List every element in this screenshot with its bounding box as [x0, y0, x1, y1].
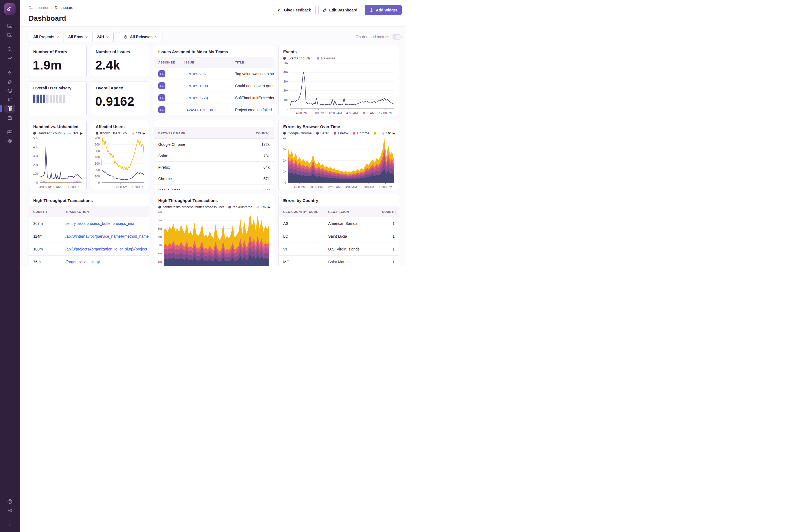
replays-clock-icon[interactable] — [4, 87, 15, 94]
legend-item[interactable]: /api/0/internal/r — [228, 205, 252, 209]
pager-next-icon[interactable]: ▶ — [267, 206, 270, 209]
feedback-megaphone-icon[interactable] — [4, 78, 15, 86]
table-row[interactable]: 114m/api/0/internal/rpc/{service_name}/{… — [29, 230, 149, 243]
pager-prev-icon[interactable]: ◀ — [381, 132, 384, 135]
column-header[interactable]: GEO.COUNTRY_CODE — [279, 210, 324, 213]
pager-prev-icon[interactable]: ◀ — [257, 206, 259, 209]
events-chart[interactable]: 010k20k30k40k50k4:00 PM8:00 PM12:00 AM4:… — [280, 61, 396, 116]
sentry-logo[interactable] — [4, 3, 16, 15]
svg-text:12:00 PM: 12:00 PM — [379, 185, 392, 188]
assignee-avatar[interactable]: TE — [158, 94, 165, 101]
table-row[interactable]: Firefox64k — [154, 162, 274, 173]
transaction-link[interactable]: /api/0/projects/{organization_id_or_slug… — [65, 247, 149, 251]
issue-link[interactable]: SENTRY-VD5 — [184, 72, 206, 76]
legend-item[interactable]: Chrome — [353, 131, 369, 135]
column-header[interactable]: COUNT() — [244, 132, 274, 135]
column-header[interactable]: COUNT() — [29, 210, 61, 213]
high-throughput-chart[interactable]: 01m2m3m4m5m6m7m4:00 PM8:00 PM12:00 AM4:0… — [155, 210, 272, 266]
transaction-link[interactable]: /{organization_slug}/ — [65, 260, 100, 264]
column-header[interactable]: ISSUE — [180, 61, 231, 64]
legend-dot-icon — [353, 132, 355, 135]
affected-users-chart[interactable]: 010020030040050060070012:00 AM12:00 P — [92, 136, 146, 190]
performance-lightning-icon[interactable] — [4, 69, 15, 77]
widget-title: Events — [279, 45, 399, 54]
table-row[interactable]: Safari73k — [154, 150, 274, 162]
legend-item[interactable]: Firefox — [334, 131, 348, 135]
legend-item[interactable]: Releases — [317, 57, 335, 60]
table-row[interactable]: Mobile Safari33k — [154, 184, 274, 190]
releases-archive-icon[interactable] — [4, 113, 15, 122]
column-header[interactable]: TRANSACTION — [61, 210, 149, 213]
chart-legend: Known Users : cour — [96, 131, 127, 135]
column-header[interactable]: BROWSER.NAME — [154, 132, 244, 135]
legend-item[interactable]: Known Users : cour — [96, 131, 127, 135]
legend-item[interactable]: Events : count( ) — [283, 57, 312, 60]
table-row[interactable]: TEJAVASCRIPT-1BG2Project creation failed — [154, 104, 274, 116]
errors-by-browser-over-time-chart[interactable]: 01k2k3k4k4:00 PM8:00 PM12:00 AM4:00 AM8:… — [280, 136, 396, 190]
misery-bar — [59, 94, 62, 103]
transaction-link[interactable]: /api/0/internal/rpc/{service_name}/{meth… — [65, 234, 149, 239]
count-cell: 114m — [29, 234, 61, 239]
handled-unhandled-chart[interactable]: 010k20k30k40k50k4:00 PM12:00 AM12:00 P — [30, 136, 84, 190]
issue-link[interactable]: SENTRY-16H8 — [184, 84, 208, 88]
ondemand-metrics-toggle[interactable] — [392, 34, 402, 40]
discover-icon[interactable] — [4, 54, 15, 62]
edit-dashboard-button[interactable]: Edit Dashboard — [318, 5, 362, 15]
table-row[interactable]: 109m/api/0/projects/{organization_id_or_… — [29, 243, 149, 256]
table-row[interactable]: LCSaint Lucia1 — [279, 230, 399, 243]
give-feedback-button[interactable]: Give Feedback — [273, 5, 316, 15]
legend-item[interactable]: Mobile S — [373, 131, 377, 135]
legend-label: Known Users : cour — [100, 131, 127, 135]
envs-filter[interactable]: All Envs — [63, 32, 92, 42]
releases-filter[interactable]: All Releases — [119, 32, 163, 42]
column-header[interactable]: GEO.REGION — [324, 210, 378, 213]
legend-item[interactable]: Google Chrome — [283, 131, 311, 135]
breadcrumb-dashboards[interactable]: Dashboards — [29, 5, 49, 10]
text-cell: Google Chrome — [154, 142, 244, 147]
table-row[interactable]: Chrome57k — [154, 173, 274, 184]
legend-item[interactable]: Handled : count( ) — [33, 131, 65, 135]
page-header: Dashboards › Dashboard Dashboard Give Fe… — [20, 0, 406, 27]
issue-link[interactable]: SENTRY-32ZQ — [184, 96, 208, 100]
add-widget-button[interactable]: Add Widget — [365, 5, 402, 15]
text-cell: Project creation failed — [231, 108, 274, 112]
widget-user-misery: Overall User Misery — [29, 81, 87, 116]
table-row[interactable]: MFSaint Martin1 — [279, 256, 399, 266]
assignee-avatar[interactable]: TE — [158, 106, 165, 113]
column-header[interactable]: COUNT() — [378, 210, 399, 213]
column-header[interactable]: TITLE — [231, 61, 274, 64]
issue-link[interactable]: JAVASCRIPT-1BG2 — [184, 108, 216, 112]
alerts-siren-icon[interactable] — [4, 96, 15, 104]
legend-item[interactable]: Safari — [316, 131, 330, 135]
transaction-link[interactable]: sentry.tasks.process_buffer.process_incr — [65, 221, 134, 226]
column-header[interactable]: ASSIGNEE — [154, 61, 180, 64]
projects-icon[interactable] — [4, 31, 15, 39]
svg-text:12:00 AM: 12:00 AM — [47, 185, 61, 188]
table-row[interactable]: 76m/{organization_slug}/ — [29, 256, 149, 266]
table-row[interactable]: ASAmerican Samoa1 — [279, 217, 399, 230]
table-row[interactable]: 367msentry.tasks.process_buffer.process_… — [29, 217, 149, 230]
projects-filter[interactable]: All Projects — [29, 32, 63, 42]
assignee-avatar[interactable]: TE — [158, 82, 165, 89]
pager-prev-icon[interactable]: ◀ — [69, 132, 72, 135]
search-icon[interactable] — [4, 45, 15, 53]
assignee-avatar[interactable]: TE — [158, 70, 165, 77]
table-row[interactable]: TESENTRY-16H8Could not convert query to — [154, 80, 274, 92]
settings-gear-icon[interactable] — [4, 137, 15, 145]
svg-text:400: 400 — [95, 156, 100, 159]
pager-prev-icon[interactable]: ◀ — [131, 132, 134, 135]
assignee-cell: TE — [154, 106, 180, 113]
pager-next-icon[interactable]: ▶ — [142, 132, 145, 135]
widget-events: Events Events : count( )Releases 010k20k… — [278, 45, 399, 116]
issues-icon[interactable] — [4, 22, 15, 30]
table-row[interactable]: TESENTRY-32ZQSoftTimeLimitExceeded( — [154, 92, 274, 104]
pager-next-icon[interactable]: ▶ — [80, 132, 82, 135]
dashboards-icon[interactable] — [4, 105, 15, 112]
time-filter[interactable]: 24H — [92, 32, 113, 42]
table-row[interactable]: Google Chrome132k — [154, 139, 274, 150]
legend-item[interactable]: sentry.tasks.process_buffer.process_incr — [158, 205, 224, 209]
table-row[interactable]: TESENTRY-VD5Tag value was not a string — [154, 68, 274, 80]
table-row[interactable]: VIU.S. Virgin Islands1 — [279, 243, 399, 256]
pager-next-icon[interactable]: ▶ — [393, 132, 395, 135]
stats-icon[interactable] — [4, 128, 15, 136]
